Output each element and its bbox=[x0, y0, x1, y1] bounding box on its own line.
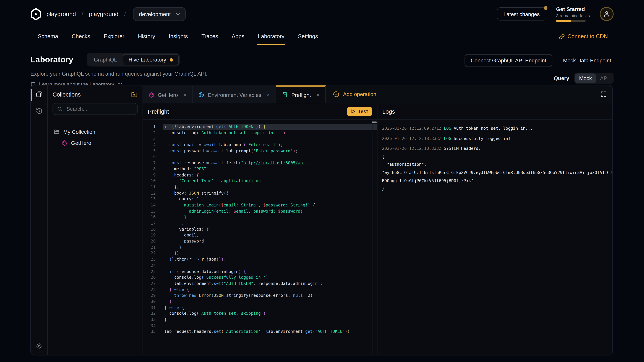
code-line[interactable]: 25 if (response.data.adminLogin) { bbox=[143, 269, 377, 275]
tab-environment-variables[interactable]: Environment Variables× bbox=[193, 85, 276, 103]
nav-item-traces[interactable]: Traces bbox=[202, 28, 218, 45]
code-line[interactable]: 22 }) bbox=[143, 251, 377, 257]
close-tab-icon[interactable]: × bbox=[183, 92, 187, 98]
close-tab-icon[interactable]: × bbox=[267, 92, 270, 98]
breadcrumb-separator: / bbox=[82, 11, 83, 17]
code-line[interactable]: 33} bbox=[143, 317, 377, 323]
nav-item-laboratory[interactable]: Laboratory bbox=[258, 28, 284, 45]
folder-open-icon bbox=[54, 129, 60, 135]
line-number: 23 bbox=[143, 257, 156, 263]
code-line[interactable]: 2 console.log('Auth token not set, loggi… bbox=[143, 130, 377, 136]
connect-to-cdn-link[interactable]: Connect to CDN bbox=[559, 28, 608, 45]
code-line[interactable]: 10 'Content-Type': 'application/json' bbox=[143, 178, 377, 184]
log-line: 2026-01-26T12:12:18.333Z LOG Successfull… bbox=[382, 134, 612, 142]
line-content: const email = await lab.prompt('Enter em… bbox=[156, 142, 283, 148]
line-content: password bbox=[156, 239, 204, 245]
add-collection-button[interactable] bbox=[131, 91, 138, 98]
connect-graphql-api-endpoint-button[interactable]: Connect GraphQL API Endpoint bbox=[464, 54, 552, 67]
tree-folder-my-collection[interactable]: My Collection bbox=[51, 126, 139, 137]
line-content bbox=[156, 323, 164, 329]
nav-item-apps[interactable]: Apps bbox=[232, 28, 244, 45]
tab-label: Environment Variables bbox=[208, 92, 261, 98]
hive-logo-icon[interactable] bbox=[30, 7, 42, 20]
line-number: 3 bbox=[143, 136, 156, 142]
code-line[interactable]: 6 bbox=[143, 154, 377, 160]
tab-gethero[interactable]: GetHero× bbox=[143, 85, 193, 103]
nav-item-history[interactable]: History bbox=[138, 28, 155, 45]
get-started-widget[interactable]: Get Started 3 remaining tasks bbox=[556, 6, 590, 22]
query-label: Query bbox=[554, 75, 569, 81]
nav-item-checks[interactable]: Checks bbox=[72, 28, 90, 45]
code-line[interactable]: 26 console.log('Successfully logged in!'… bbox=[143, 275, 377, 281]
line-content: mutation Login($email: String!, $passwor… bbox=[156, 202, 315, 208]
laboratory-panel: Collections My Collection bbox=[30, 85, 613, 356]
latest-changes-button[interactable]: Latest changes bbox=[497, 7, 546, 20]
code-line[interactable]: 14 mutation Login($email: String!, $pass… bbox=[143, 202, 377, 208]
icon-rail bbox=[31, 85, 48, 355]
code-line[interactable]: 30 } bbox=[143, 299, 377, 305]
nav-item-explorer[interactable]: Explorer bbox=[104, 28, 124, 45]
toggle-hive-laboratory[interactable]: Hive Laboratory bbox=[123, 54, 178, 65]
collections-rail-button[interactable] bbox=[36, 91, 42, 98]
code-line[interactable]: 3 bbox=[143, 136, 377, 142]
code-line[interactable]: 29 throw new Error(JSON.stringify(respon… bbox=[143, 293, 377, 299]
code-line[interactable]: 28 } else { bbox=[143, 287, 377, 293]
line-number: 7 bbox=[143, 160, 156, 166]
tab-bar: GetHero×Environment Variables×Preflight×… bbox=[143, 85, 612, 103]
target-select[interactable]: development bbox=[133, 7, 186, 21]
code-line[interactable]: 9 headers: { bbox=[143, 172, 377, 178]
top-bar: playground / playground / development La… bbox=[0, 0, 644, 28]
line-number: 4 bbox=[143, 142, 156, 148]
get-started-title: Get Started bbox=[556, 6, 590, 12]
query-mode-mock[interactable]: Mock bbox=[575, 73, 596, 83]
nav-item-settings[interactable]: Settings bbox=[298, 28, 318, 45]
code-line[interactable]: 4 const email = await lab.prompt('Enter … bbox=[143, 142, 377, 148]
close-tab-icon[interactable]: × bbox=[316, 92, 320, 98]
breadcrumb-org[interactable]: playground bbox=[46, 11, 76, 17]
code-line[interactable]: 18 variables: { bbox=[143, 226, 377, 232]
code-line[interactable]: 13 query: ` bbox=[143, 196, 377, 202]
page-header-left: Laboratory GraphiQL Hive Laboratory Expl… bbox=[30, 53, 208, 87]
code-line[interactable]: 24 bbox=[143, 263, 377, 269]
line-content: `, bbox=[156, 220, 184, 226]
code-line[interactable]: 35lab.request.headers.set('Authorization… bbox=[143, 329, 377, 335]
nav-item-insights[interactable]: Insights bbox=[169, 28, 188, 45]
code-editor[interactable]: 1if (!lab.environment.get("AUTH_TOKEN"))… bbox=[143, 120, 377, 355]
code-line[interactable]: 16 } bbox=[143, 214, 377, 220]
code-line[interactable]: 1if (!lab.environment.get("AUTH_TOKEN"))… bbox=[143, 124, 377, 130]
query-mode-api[interactable]: API bbox=[596, 73, 613, 83]
code-line[interactable]: 23 }).then(r => r.json()); bbox=[143, 257, 377, 263]
avatar[interactable] bbox=[600, 7, 614, 21]
code-line[interactable]: 34 bbox=[143, 323, 377, 329]
code-line[interactable]: 12 body: JSON.stringify({ bbox=[143, 190, 377, 196]
code-line[interactable]: 17 `, bbox=[143, 220, 377, 226]
code-line[interactable]: 21 } bbox=[143, 245, 377, 251]
mock-data-endpoint-button[interactable]: Mock Data Endpoint bbox=[561, 57, 614, 64]
graphql-icon bbox=[62, 140, 68, 145]
tree-item-gethero[interactable]: GetHero bbox=[62, 137, 139, 148]
code-line[interactable]: 20 password bbox=[143, 239, 377, 245]
code-line[interactable]: 27 lab.environment.set("AUTH_TOKEN", res… bbox=[143, 281, 377, 287]
search-input[interactable] bbox=[66, 106, 133, 112]
collections-icon bbox=[36, 91, 42, 98]
test-button[interactable]: Test bbox=[347, 107, 372, 116]
code-line[interactable]: 19 email, bbox=[143, 232, 377, 239]
code-line[interactable]: 31} else { bbox=[143, 305, 377, 311]
code-line[interactable]: 5 const password = await lab.prompt('Ent… bbox=[143, 148, 377, 154]
code-line[interactable]: 8 method: "POST", bbox=[143, 166, 377, 172]
code-line[interactable]: 15 adminLogin(email: $email, password: $… bbox=[143, 208, 377, 214]
code-line[interactable]: 32 console.log('Auth token set, skipping… bbox=[143, 311, 377, 317]
breadcrumb-project[interactable]: playground bbox=[89, 11, 118, 17]
toggle-graphiql[interactable]: GraphiQL bbox=[88, 54, 123, 65]
tab-preflight[interactable]: Preflight× bbox=[276, 85, 326, 103]
scrollbar-handle[interactable] bbox=[372, 121, 377, 123]
code-line[interactable]: 11 }, bbox=[143, 184, 377, 190]
nav-item-schema[interactable]: Schema bbox=[38, 28, 58, 45]
line-content bbox=[156, 136, 164, 142]
settings-rail-button[interactable] bbox=[36, 343, 42, 350]
history-rail-button[interactable] bbox=[36, 108, 42, 115]
code-line[interactable]: 7 const response = await fetch("http://l… bbox=[143, 160, 377, 166]
line-content: headers: { bbox=[156, 172, 199, 178]
add-operation-button[interactable]: Add operation bbox=[326, 85, 384, 103]
fullscreen-icon[interactable] bbox=[600, 91, 606, 97]
